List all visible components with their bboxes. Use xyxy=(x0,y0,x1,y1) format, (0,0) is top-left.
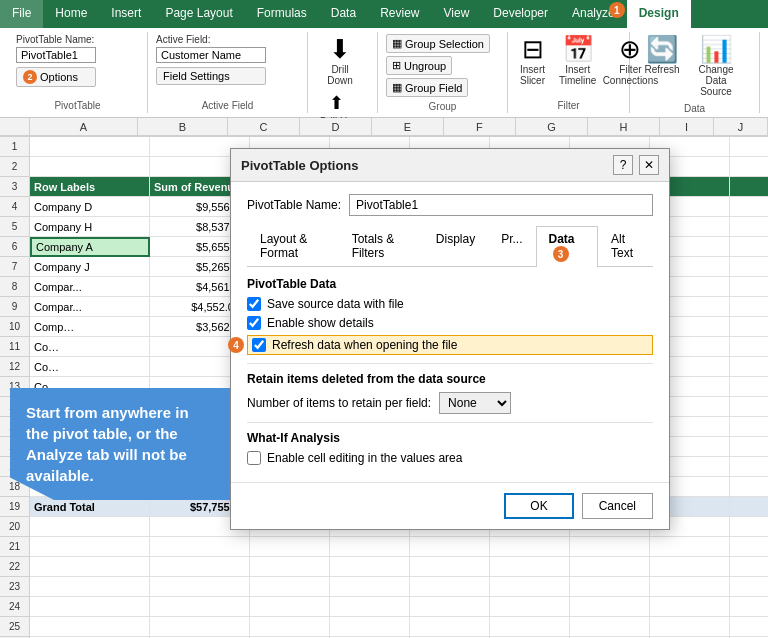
refresh-button[interactable]: 🔄 Refresh xyxy=(638,34,686,77)
active-field-input[interactable] xyxy=(156,47,266,63)
tab-developer[interactable]: Developer xyxy=(481,0,560,28)
cell[interactable] xyxy=(250,557,330,577)
cell[interactable] xyxy=(30,137,150,157)
cell[interactable] xyxy=(330,537,410,557)
cell[interactable]: Comp… xyxy=(30,317,150,337)
tab-data[interactable]: Data xyxy=(319,0,368,28)
tab-file[interactable]: File xyxy=(0,0,43,28)
cancel-button[interactable]: Cancel xyxy=(582,493,653,519)
cell[interactable] xyxy=(330,617,410,637)
cell[interactable] xyxy=(250,617,330,637)
cell[interactable] xyxy=(30,557,150,577)
cell[interactable] xyxy=(250,537,330,557)
cell[interactable] xyxy=(410,537,490,557)
cell[interactable] xyxy=(730,617,768,637)
cell[interactable] xyxy=(730,357,768,377)
dialog-tab-totals-filters[interactable]: Totals & Filters xyxy=(339,226,423,267)
cell[interactable]: Company D xyxy=(30,197,150,217)
tab-formulas[interactable]: Formulas xyxy=(245,0,319,28)
dialog-tab-pr[interactable]: Pr... xyxy=(488,226,535,267)
checkbox-whatif-input[interactable] xyxy=(247,451,261,465)
cell[interactable] xyxy=(730,137,768,157)
cell[interactable] xyxy=(150,577,250,597)
cell[interactable] xyxy=(490,597,570,617)
cell[interactable] xyxy=(30,517,150,537)
tab-analyze[interactable]: 1 Analyze xyxy=(560,0,627,28)
cell[interactable] xyxy=(730,437,768,457)
cell[interactable] xyxy=(30,577,150,597)
cell[interactable] xyxy=(730,217,768,237)
cell[interactable]: Company J xyxy=(30,257,150,277)
cell[interactable] xyxy=(30,617,150,637)
dialog-help-button[interactable]: ? xyxy=(613,155,633,175)
ungroup-button[interactable]: ⊞ Ungroup xyxy=(386,56,452,75)
cell[interactable] xyxy=(330,597,410,617)
dialog-tab-layout-format[interactable]: Layout & Format xyxy=(247,226,339,267)
cell[interactable] xyxy=(410,577,490,597)
cell[interactable] xyxy=(730,517,768,537)
cell[interactable]: Compar... xyxy=(30,297,150,317)
cell[interactable]: Grand Total xyxy=(30,497,150,517)
insert-slicer-button[interactable]: ⊟ Insert Slicer xyxy=(516,34,549,88)
tab-home[interactable]: Home xyxy=(43,0,99,28)
tab-view[interactable]: View xyxy=(432,0,482,28)
cell[interactable] xyxy=(490,537,570,557)
cell[interactable] xyxy=(730,417,768,437)
dialog-tab-data[interactable]: Data 3 xyxy=(536,226,599,267)
tab-review[interactable]: Review xyxy=(368,0,431,28)
cell[interactable] xyxy=(30,157,150,177)
cell[interactable] xyxy=(730,377,768,397)
pivottable-name-input[interactable] xyxy=(16,47,96,63)
cell[interactable] xyxy=(150,557,250,577)
insert-timeline-button[interactable]: 📅 Insert Timeline xyxy=(555,34,600,88)
cell[interactable] xyxy=(730,597,768,617)
cell[interactable] xyxy=(570,597,650,617)
cell[interactable] xyxy=(730,197,768,217)
tab-insert[interactable]: Insert xyxy=(99,0,153,28)
options-button[interactable]: 2 Options xyxy=(16,67,96,87)
checkbox-save-source-input[interactable] xyxy=(247,297,261,311)
ok-button[interactable]: OK xyxy=(504,493,573,519)
cell[interactable] xyxy=(730,397,768,417)
tab-design[interactable]: Design xyxy=(627,0,691,28)
cell[interactable] xyxy=(150,537,250,557)
cell[interactable] xyxy=(490,577,570,597)
cell[interactable] xyxy=(250,577,330,597)
cell[interactable] xyxy=(570,577,650,597)
dialog-tab-alt-text[interactable]: Alt Text xyxy=(598,226,653,267)
cell[interactable] xyxy=(730,337,768,357)
cell[interactable]: Co… xyxy=(30,357,150,377)
cell[interactable] xyxy=(730,177,768,197)
cell[interactable] xyxy=(570,557,650,577)
cell[interactable] xyxy=(730,157,768,177)
cell[interactable] xyxy=(730,297,768,317)
cell[interactable] xyxy=(730,257,768,277)
cell[interactable]: Company H xyxy=(30,217,150,237)
group-field-button[interactable]: ▦ Group Field xyxy=(386,78,468,97)
checkbox-enable-show-input[interactable] xyxy=(247,316,261,330)
cell[interactable] xyxy=(650,557,730,577)
cell[interactable]: Row Labels xyxy=(30,177,150,197)
cell[interactable] xyxy=(730,497,768,517)
cell[interactable]: Co… xyxy=(30,337,150,357)
cell[interactable] xyxy=(570,617,650,637)
cell[interactable] xyxy=(570,537,650,557)
cell[interactable] xyxy=(730,537,768,557)
cell[interactable] xyxy=(730,277,768,297)
cell[interactable] xyxy=(730,557,768,577)
cell[interactable] xyxy=(730,317,768,337)
change-data-source-button[interactable]: 📊 Change Data Source xyxy=(692,34,740,99)
cell[interactable]: Company A xyxy=(30,237,150,257)
retain-select[interactable]: None Max Custom xyxy=(439,392,511,414)
cell[interactable] xyxy=(730,577,768,597)
field-settings-button[interactable]: Field Settings xyxy=(156,67,266,85)
cell[interactable] xyxy=(490,617,570,637)
cell[interactable] xyxy=(730,457,768,477)
cell[interactable]: Compar... xyxy=(30,277,150,297)
cell[interactable] xyxy=(410,597,490,617)
drill-down-button[interactable]: ⬇ Drill Down xyxy=(316,34,364,88)
cell[interactable] xyxy=(650,537,730,557)
cell[interactable] xyxy=(30,597,150,617)
cell[interactable] xyxy=(410,557,490,577)
cell[interactable] xyxy=(410,617,490,637)
